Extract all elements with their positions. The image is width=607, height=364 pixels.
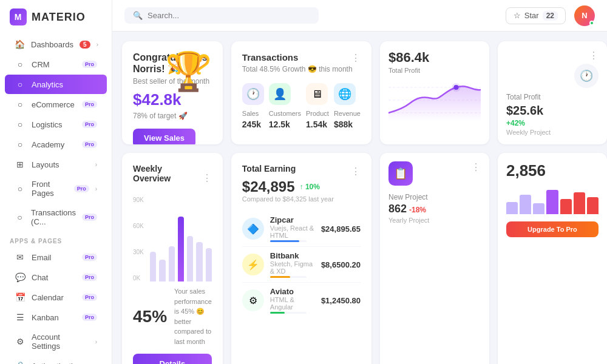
trans-label: Product xyxy=(306,110,329,117)
profit-detail-icon: 🕐 xyxy=(574,64,599,88)
new-project-card: 📋 ⋮ New Project 862 -18% Yearly Project xyxy=(380,153,489,364)
nav-icon: ○ xyxy=(15,59,25,69)
trans-value: 245k xyxy=(242,120,261,129)
transactions-subtitle: Total 48.5% Growth 😎 this month xyxy=(242,65,361,73)
earning-item-zipcar: 🔷 Zipcar Vuejs, React & HTML $24,895.65 xyxy=(242,211,361,247)
mini-bar xyxy=(533,203,544,214)
sidebar-item-layouts[interactable]: ⊞ Layouts › xyxy=(5,155,107,174)
apps-section-label: APPS & PAGES xyxy=(0,232,112,247)
nav-label: Dashboards xyxy=(31,40,73,49)
profit-detail-menu-icon[interactable]: ⋮ xyxy=(589,50,599,61)
sidebar-item-crm[interactable]: ○ CRM Pro xyxy=(5,55,107,74)
sidebar-item-email[interactable]: ✉ Email Pro xyxy=(5,248,107,267)
earn-info: Bitbank Sketch, Figma & XD xyxy=(270,251,315,278)
chevron-icon: › xyxy=(95,339,97,345)
profit-detail-title: Total Profit xyxy=(506,93,599,101)
earn-amount: $1,2450.80 xyxy=(321,296,361,305)
pro-badge: Pro xyxy=(82,294,97,301)
app-label: Calendar xyxy=(32,293,76,302)
search-wrap[interactable]: 🔍 xyxy=(124,7,319,24)
profit-sparkline-card: $86.4k Total Profit xyxy=(380,41,489,144)
sidebar-item-academy[interactable]: ○ Academy Pro xyxy=(5,135,107,154)
topbar: 🔍 ☆ Star 22 N xyxy=(112,0,607,32)
sidebar-item-dashboards[interactable]: 🏠 Dashboards 5› xyxy=(5,35,107,54)
nav-label: Logistics xyxy=(32,120,76,129)
weekly-menu-icon[interactable]: ⋮ xyxy=(202,172,212,184)
trans-item-product: 🖥 Product 1.54k xyxy=(306,83,329,129)
chart-bar xyxy=(178,217,184,281)
transactions-menu-icon[interactable]: ⋮ xyxy=(351,52,361,64)
chart-bar xyxy=(187,236,193,281)
chart-bars xyxy=(150,197,212,281)
earn-icon: ⚙ xyxy=(242,289,264,311)
new-project-change: -18% xyxy=(409,206,426,214)
nav-label: CRM xyxy=(32,60,76,69)
earning-card: Total Earning ⋮ $24,895 ↑ 10% Compared t… xyxy=(231,153,371,364)
sidebar-item-ecommerce[interactable]: ○ eCommerce Pro xyxy=(5,95,107,114)
earning-title: Total Earning xyxy=(242,164,296,174)
earn-amount: $8,6500.20 xyxy=(321,260,361,269)
chart-bar xyxy=(169,246,175,282)
pro-badge: Pro xyxy=(82,141,97,148)
nav-icon: ○ xyxy=(15,120,25,129)
earning-items: 🔷 Zipcar Vuejs, React & HTML $24,895.65 … xyxy=(242,211,361,318)
new-project-icon: 📋 xyxy=(388,161,413,186)
sidebar-item-logistics[interactable]: ○ Logistics Pro xyxy=(5,115,107,134)
chart-bar xyxy=(196,242,202,281)
pro-badge: Pro xyxy=(82,121,97,128)
trans-value: 12.5k xyxy=(269,120,290,129)
logo-icon: M xyxy=(10,8,27,25)
app-icon: 📅 xyxy=(15,292,25,302)
upgrade-mini-bars xyxy=(506,185,599,214)
trans-label: Revenue xyxy=(334,110,361,117)
transactions-title: Transactions xyxy=(242,52,361,62)
chevron-icon: › xyxy=(97,41,98,48)
sidebar-item-transactions[interactable]: ○ Transactions (C... Pro xyxy=(5,203,107,231)
weekly-percentage: 45% xyxy=(133,307,167,326)
main-area: 🔍 ☆ Star 22 N Congratulations Norris! 🎉 … xyxy=(112,0,607,364)
app-icon: ⚙ xyxy=(15,337,25,346)
chart-y-labels: 90K60K30K0K xyxy=(133,197,150,281)
chart-bar xyxy=(159,260,165,281)
sidebar-item-front-pages[interactable]: ○ Front Pages Pro› xyxy=(5,175,107,203)
new-project-menu-icon[interactable]: ⋮ xyxy=(471,161,481,173)
earning-item-bitbank: ⚡ Bitbank Sketch, Figma & XD $8,6500.20 xyxy=(242,247,361,283)
sidebar-item-analytics[interactable]: ○ Analytics xyxy=(5,75,107,94)
weekly-description: Your sales performance is 45% 😊 better c… xyxy=(174,286,212,346)
search-input[interactable] xyxy=(148,11,310,20)
earning-menu-icon[interactable]: ⋮ xyxy=(351,166,361,177)
sidebar-item-kanban[interactable]: ☰ Kanban Pro xyxy=(5,308,107,327)
user-avatar[interactable]: N xyxy=(574,5,595,26)
nav-icon: ○ xyxy=(15,99,25,109)
new-project-amount: 862 xyxy=(388,203,407,215)
view-sales-button[interactable]: View Sales xyxy=(133,129,195,144)
profit-detail-sub: Weekly Project xyxy=(506,129,599,136)
transactions-card: ⋮ Transactions Total 48.5% Growth 😎 this… xyxy=(231,41,371,144)
details-button[interactable]: Details xyxy=(133,354,212,364)
earn-icon: ⚡ xyxy=(242,254,264,275)
sidebar-item-chat[interactable]: 💬 Chat Pro xyxy=(5,268,107,287)
trans-item-customers: 👤 Customers 12.5k xyxy=(269,83,301,129)
nav-icon: ○ xyxy=(15,79,25,89)
earn-sub: HTML & Angular xyxy=(270,296,315,311)
earn-sub: Vuejs, React & HTML xyxy=(270,224,315,239)
star-icon: ☆ xyxy=(514,11,521,20)
mini-bar xyxy=(546,190,558,214)
upgrade-card: 2,856 Upgrade To Pro xyxy=(498,153,607,364)
app-label: Account Settings xyxy=(32,332,89,351)
star-button[interactable]: ☆ Star 22 xyxy=(506,7,566,24)
trans-item-revenue: 🌐 Revenue $88k xyxy=(334,83,361,129)
content-area: Congratulations Norris! 🎉 Best seller of… xyxy=(112,32,607,364)
weekly-card: Weekly Overview ⋮ 90K60K30K0K 45% Your s… xyxy=(122,153,223,364)
nav-icon: ○ xyxy=(15,140,25,149)
sidebar-item-authentications[interactable]: 🔒 Authentications › xyxy=(5,356,107,364)
weekly-title: Weekly Overview xyxy=(133,164,202,183)
trans-icon: 👤 xyxy=(269,83,291,105)
profit-detail-pct: +42% xyxy=(506,119,599,127)
sidebar-item-account-settings[interactable]: ⚙ Account Settings › xyxy=(5,328,107,356)
trans-label: Customers xyxy=(269,110,301,117)
pro-badge: Pro xyxy=(82,254,97,261)
earning-amount: $24,895 ↑ 10% xyxy=(242,178,361,195)
sidebar-item-calendar[interactable]: 📅 Calendar Pro xyxy=(5,288,107,307)
upgrade-button[interactable]: Upgrade To Pro xyxy=(506,221,599,237)
